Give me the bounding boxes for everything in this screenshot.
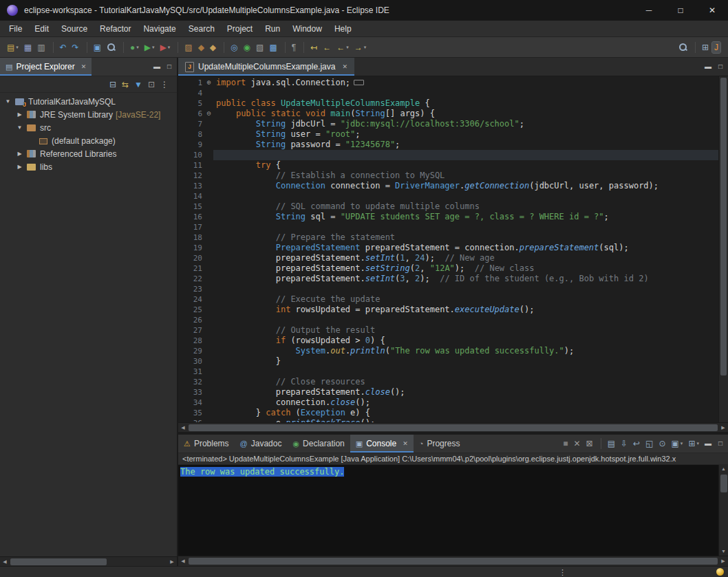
dropdown-caret-icon[interactable]: ▾ (696, 441, 699, 446)
tree-item-referenced-libraries[interactable]: ▶Referenced Libraries (0, 147, 177, 160)
tab-progress[interactable]: ◔Progress (414, 435, 466, 453)
menu-item-help[interactable]: Help (328, 21, 358, 37)
code-text[interactable]: int rowsUpdated = preparedStatement.exec… (213, 305, 718, 315)
explorer-hscrollbar[interactable]: ◀ ▶ (0, 556, 177, 566)
expand-arrow-icon[interactable]: ▶ (16, 111, 23, 118)
tab-project-explorer[interactable]: ▤ Project Explorer ✕ (0, 58, 92, 76)
filters-button[interactable]: ▼ (132, 79, 144, 90)
code-text[interactable]: System.out.println("The row was updated … (213, 346, 718, 356)
quick-access-search-button[interactable] (676, 41, 689, 53)
undo-button[interactable]: ↶ (53, 42, 69, 53)
console-vscrollbar[interactable]: ▲ ▼ (718, 465, 728, 556)
code-area[interactable]: 1⊕import java.sql.Connection;45public cl… (178, 76, 718, 422)
project-tree[interactable]: ▼TutorialKartJavaMySQL▶JRE System Librar… (0, 93, 177, 556)
code-text[interactable]: String sql = "UPDATE students SET age = … (213, 212, 718, 222)
maximize-panel-icon[interactable]: □ (718, 63, 722, 70)
code-text[interactable]: import java.sql.Connection; (213, 78, 718, 88)
code-text[interactable]: try { (213, 160, 718, 171)
scroll-down-icon[interactable]: ▼ (721, 547, 726, 556)
redo-button[interactable]: ↷ (70, 42, 81, 53)
menu-item-file[interactable]: File (3, 21, 28, 37)
code-text[interactable]: // SQL command to update multiple column… (213, 202, 718, 212)
code-text[interactable]: public class UpdateMultipleColumnsExampl… (213, 98, 718, 109)
print-button[interactable]: ▥ (35, 42, 47, 53)
code-text[interactable]: PreparedStatement preparedStatement = co… (213, 243, 718, 253)
menu-item-navigate[interactable]: Navigate (137, 21, 182, 37)
dropdown-caret-icon[interactable]: ▾ (168, 45, 171, 50)
menu-item-run[interactable]: Run (259, 21, 286, 37)
link-with-editor-button[interactable]: ⇆ (120, 79, 131, 90)
dropdown-caret-icon[interactable]: ▾ (346, 45, 349, 50)
code-text[interactable]: preparedStatement.setInt(1, 24); // New … (213, 253, 718, 263)
code-text[interactable] (213, 191, 718, 202)
editor-hscrollbar[interactable]: ◀ ▶ (178, 422, 728, 432)
package-presentation-button[interactable]: ⊡ (146, 79, 157, 90)
tree-item-jre-system-library[interactable]: ▶JRE System Library [JavaSE-22] (0, 108, 177, 121)
tab-problems[interactable]: ⚠Problems (178, 435, 235, 453)
code-text[interactable] (213, 315, 718, 325)
fold-expand-icon[interactable]: ⊕ (204, 78, 213, 88)
code-text[interactable]: Connection connection = DriverManager.ge… (213, 181, 718, 191)
tree-item-libs[interactable]: ▶libs (0, 160, 177, 173)
mark-occurrences-button[interactable]: ▧ (254, 42, 266, 53)
code-text[interactable] (213, 222, 718, 232)
code-text[interactable] (213, 88, 718, 98)
code-text[interactable]: String password = "12345678"; (213, 140, 718, 150)
dropdown-caret-icon[interactable]: ▾ (152, 45, 155, 50)
new-class-button[interactable]: ◉ (242, 42, 253, 53)
tab-declaration[interactable]: ◉Declaration (287, 435, 350, 453)
code-text[interactable]: // Output the result (213, 325, 718, 336)
folded-region-icon[interactable] (354, 80, 364, 85)
previous-edit-location-button[interactable]: ← (321, 42, 333, 53)
display-selected-console-button[interactable]: ▣▾ (670, 438, 685, 449)
close-tab-icon[interactable]: ✕ (81, 63, 87, 70)
javadoc-wizard-button[interactable]: ◆ (208, 42, 218, 53)
tab-updatemultiplecolumnsexample-java[interactable]: J UpdateMultipleColumnsExample.java ✕ (178, 58, 354, 76)
new-java-project-button[interactable]: ▨ (178, 42, 194, 53)
scrollbar-thumb[interactable] (189, 558, 718, 565)
code-text[interactable]: preparedStatement.close(); (213, 387, 718, 398)
scrollbar-thumb[interactable] (720, 475, 727, 492)
code-text[interactable]: // Prepare the statement (213, 232, 718, 243)
scroll-left-icon[interactable]: ◀ (0, 559, 10, 565)
scroll-lock-button[interactable]: ⇩ (619, 438, 630, 449)
remove-all-terminated-button[interactable]: ⊠ (584, 438, 595, 449)
scroll-left-icon[interactable]: ◀ (178, 558, 188, 564)
open-console-button[interactable]: ⊞▾ (686, 438, 701, 449)
console-output[interactable]: The row was updated successfully. (178, 465, 718, 556)
minimize-panel-icon[interactable]: ▬ (705, 440, 711, 447)
remove-launch-button[interactable]: ✕ (572, 438, 583, 449)
view-menu-button[interactable]: ⋮ (158, 79, 171, 90)
code-text[interactable]: connection.close(); (213, 398, 718, 408)
dropdown-caret-icon[interactable]: ▾ (16, 45, 19, 50)
open-console-view-button[interactable]: ▣ (87, 42, 103, 53)
expand-arrow-icon[interactable]: ▶ (16, 151, 23, 157)
word-wrap-button[interactable]: ↩ (631, 438, 642, 449)
code-text[interactable]: preparedStatement.setInt(3, 2); // ID of… (213, 274, 718, 284)
code-text[interactable]: } catch (Exception e) { (213, 408, 718, 418)
menu-item-edit[interactable]: Edit (28, 21, 55, 37)
code-text[interactable]: // Close resources (213, 377, 718, 387)
clear-console-button[interactable]: ▤ (601, 438, 617, 449)
last-edit-location-button[interactable]: ↤ (303, 42, 319, 53)
code-text[interactable] (213, 150, 718, 160)
back-button[interactable]: ←▾ (334, 42, 351, 53)
open-type-button[interactable]: ◎ (224, 42, 239, 53)
tab-console[interactable]: ▣Console✕ (350, 435, 414, 453)
close-tab-icon[interactable]: ✕ (403, 440, 408, 447)
dropdown-caret-icon[interactable]: ▾ (681, 441, 683, 446)
search-button[interactable] (105, 41, 118, 53)
scrollbar-thumb[interactable] (720, 78, 727, 375)
forward-button[interactable]: →▾ (352, 42, 369, 53)
code-text[interactable]: // Establish a connection to MySQL (213, 171, 718, 181)
collapse-arrow-icon[interactable]: ▼ (16, 124, 23, 131)
menu-item-search[interactable]: Search (182, 21, 221, 37)
menu-item-window[interactable]: Window (286, 21, 328, 37)
minimize-window-button[interactable]: ─ (633, 0, 665, 21)
menu-item-source[interactable]: Source (55, 21, 94, 37)
run-button[interactable]: ▶▾ (142, 42, 157, 53)
terminate-button[interactable]: ■ (561, 438, 570, 449)
menu-item-project[interactable]: Project (221, 21, 259, 37)
close-tab-icon[interactable]: ✕ (342, 63, 347, 70)
dropdown-caret-icon[interactable]: ▾ (136, 45, 139, 50)
